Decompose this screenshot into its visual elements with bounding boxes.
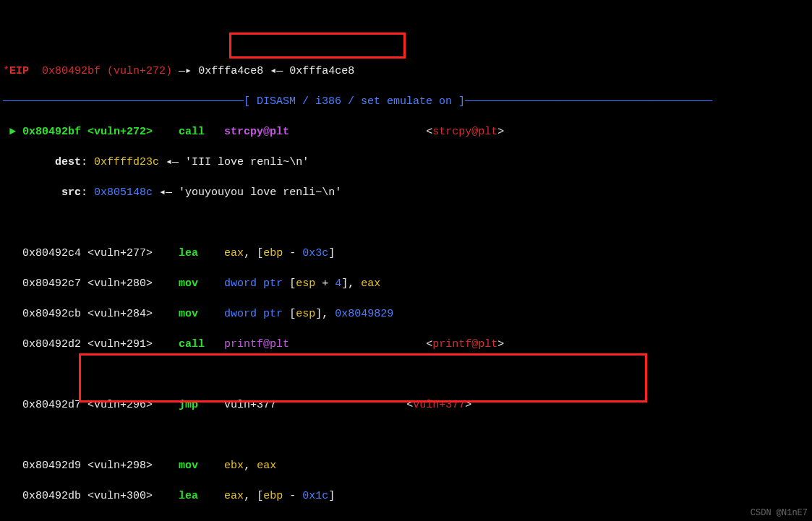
blank-line (3, 367, 809, 382)
watermark: CSDN @N1nE7 (751, 507, 808, 520)
highlight-box-call-strcpy (229, 33, 406, 59)
disasm-line: 0x80492d9 <vuln+298> mov ebx, eax (3, 458, 809, 473)
blank-line (3, 428, 809, 443)
disasm-line: 0x80492d7 <vuln+296> jmp vuln+377 <vuln+… (3, 397, 809, 413)
disasm-line: 0x80492c4 <vuln+277> lea eax, [ebp - 0x3… (3, 246, 809, 261)
disasm-line: 0x80492d2 <vuln+291> call printf@plt <pr… (3, 337, 809, 352)
disasm-section-header: ─────────────────────────────────────[ D… (3, 94, 809, 109)
disasm-arg-dest: dest: 0xffffd23c ◂— 'III love renli~\n' (3, 155, 809, 170)
disasm-current-line: ► 0x80492bf <vuln+272> call strcpy@plt <… (3, 124, 809, 139)
disasm-line: 0x80492c7 <vuln+280> mov dword ptr [esp … (3, 276, 809, 291)
disasm-line: 0x80492db <vuln+300> lea eax, [ebp - 0x1… (3, 488, 809, 504)
register-eip-line: *EIP 0x80492bf (vuln+272) —▸ 0xfffa4ce8 … (3, 64, 809, 79)
disasm-line: 0x80492cb <vuln+284> mov dword ptr [esp]… (3, 306, 809, 322)
blank-line (3, 215, 809, 231)
disasm-arg-src: src: 0x805148c ◂— 'youyouyou love renli~… (3, 185, 809, 200)
